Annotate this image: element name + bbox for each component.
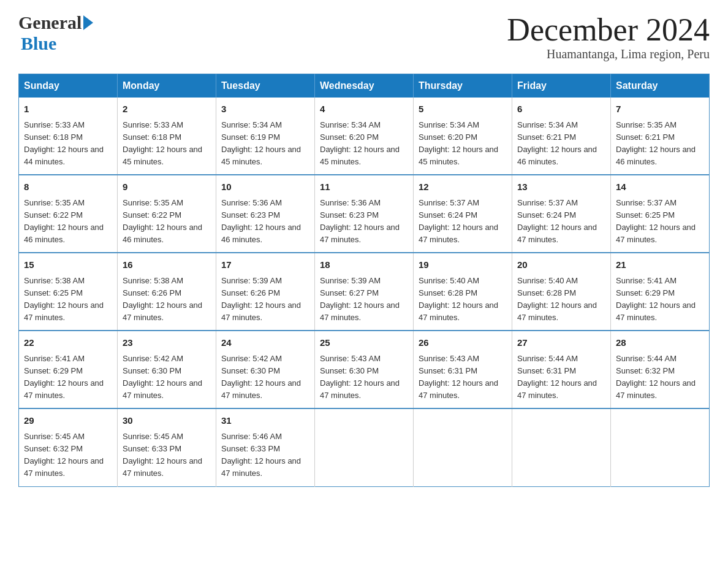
calendar-cell: [414, 408, 512, 486]
day-number: 11: [320, 180, 408, 194]
calendar-cell: 22Sunrise: 5:41 AMSunset: 6:29 PMDayligh…: [19, 331, 118, 408]
calendar-cell: 15Sunrise: 5:38 AMSunset: 6:25 PMDayligh…: [19, 253, 118, 331]
day-info: Sunrise: 5:34 AMSunset: 6:20 PMDaylight:…: [419, 119, 507, 169]
calendar-cell: 24Sunrise: 5:42 AMSunset: 6:30 PMDayligh…: [216, 331, 315, 408]
day-number: 14: [616, 180, 704, 194]
calendar-cell: 14Sunrise: 5:37 AMSunset: 6:25 PMDayligh…: [611, 175, 710, 253]
calendar-cell: 19Sunrise: 5:40 AMSunset: 6:28 PMDayligh…: [414, 253, 512, 331]
day-info: Sunrise: 5:41 AMSunset: 6:29 PMDaylight:…: [616, 275, 704, 324]
calendar-cell: 31Sunrise: 5:46 AMSunset: 6:33 PMDayligh…: [216, 408, 315, 486]
calendar-table: Sunday Monday Tuesday Wednesday Thursday…: [18, 74, 710, 486]
day-info: Sunrise: 5:44 AMSunset: 6:31 PMDaylight:…: [517, 353, 605, 402]
day-info: Sunrise: 5:36 AMSunset: 6:23 PMDaylight:…: [221, 197, 309, 247]
calendar-cell: 27Sunrise: 5:44 AMSunset: 6:31 PMDayligh…: [512, 331, 611, 408]
day-info: Sunrise: 5:34 AMSunset: 6:21 PMDaylight:…: [517, 119, 605, 169]
day-info: Sunrise: 5:42 AMSunset: 6:30 PMDaylight:…: [123, 353, 211, 402]
day-number: 10: [221, 180, 309, 194]
calendar-cell: 25Sunrise: 5:43 AMSunset: 6:30 PMDayligh…: [315, 331, 414, 408]
calendar-cell: [611, 408, 710, 486]
calendar-cell: 28Sunrise: 5:44 AMSunset: 6:32 PMDayligh…: [611, 331, 710, 408]
calendar-body: 1Sunrise: 5:33 AMSunset: 6:18 PMDaylight…: [19, 98, 710, 486]
calendar-cell: 5Sunrise: 5:34 AMSunset: 6:20 PMDaylight…: [414, 98, 512, 175]
day-number: 17: [221, 258, 309, 272]
title-section: December 2024 Huamantanga, Lima region, …: [507, 12, 710, 61]
calendar-week-row: 1Sunrise: 5:33 AMSunset: 6:18 PMDaylight…: [19, 98, 710, 175]
logo-blue-text: Blue: [21, 33, 56, 53]
calendar-header: Sunday Monday Tuesday Wednesday Thursday…: [19, 74, 710, 98]
day-info: Sunrise: 5:41 AMSunset: 6:29 PMDaylight:…: [24, 353, 112, 402]
calendar-cell: 21Sunrise: 5:41 AMSunset: 6:29 PMDayligh…: [611, 253, 710, 331]
day-number: 1: [24, 102, 112, 117]
day-number: 6: [517, 102, 605, 117]
day-info: Sunrise: 5:43 AMSunset: 6:30 PMDaylight:…: [320, 353, 408, 402]
day-info: Sunrise: 5:35 AMSunset: 6:22 PMDaylight:…: [24, 197, 112, 247]
day-number: 31: [221, 414, 309, 428]
day-info: Sunrise: 5:34 AMSunset: 6:19 PMDaylight:…: [221, 119, 309, 169]
day-info: Sunrise: 5:35 AMSunset: 6:22 PMDaylight:…: [123, 197, 211, 247]
calendar-cell: 12Sunrise: 5:37 AMSunset: 6:24 PMDayligh…: [414, 175, 512, 253]
day-number: 22: [24, 336, 112, 350]
day-info: Sunrise: 5:33 AMSunset: 6:18 PMDaylight:…: [24, 119, 112, 169]
day-number: 7: [616, 102, 704, 117]
day-info: Sunrise: 5:45 AMSunset: 6:33 PMDaylight:…: [123, 431, 211, 480]
day-info: Sunrise: 5:45 AMSunset: 6:32 PMDaylight:…: [24, 431, 112, 480]
calendar-cell: 23Sunrise: 5:42 AMSunset: 6:30 PMDayligh…: [118, 331, 216, 408]
col-tuesday: Tuesday: [216, 74, 315, 98]
day-number: 19: [419, 258, 507, 272]
col-saturday: Saturday: [611, 74, 710, 98]
day-info: Sunrise: 5:44 AMSunset: 6:32 PMDaylight:…: [616, 353, 704, 402]
calendar-cell: 3Sunrise: 5:34 AMSunset: 6:19 PMDaylight…: [216, 98, 315, 175]
day-info: Sunrise: 5:39 AMSunset: 6:27 PMDaylight:…: [320, 275, 408, 324]
calendar-week-row: 8Sunrise: 5:35 AMSunset: 6:22 PMDaylight…: [19, 175, 710, 253]
day-info: Sunrise: 5:43 AMSunset: 6:31 PMDaylight:…: [419, 353, 507, 402]
day-info: Sunrise: 5:42 AMSunset: 6:30 PMDaylight:…: [221, 353, 309, 402]
day-info: Sunrise: 5:33 AMSunset: 6:18 PMDaylight:…: [123, 119, 211, 169]
calendar-cell: [315, 408, 414, 486]
day-number: 15: [24, 258, 112, 272]
day-number: 2: [123, 102, 211, 117]
day-number: 5: [419, 102, 507, 117]
day-info: Sunrise: 5:35 AMSunset: 6:21 PMDaylight:…: [616, 119, 704, 169]
calendar-week-row: 29Sunrise: 5:45 AMSunset: 6:32 PMDayligh…: [19, 408, 710, 486]
calendar-cell: 4Sunrise: 5:34 AMSunset: 6:20 PMDaylight…: [315, 98, 414, 175]
calendar-cell: 20Sunrise: 5:40 AMSunset: 6:28 PMDayligh…: [512, 253, 611, 331]
day-number: 29: [24, 414, 112, 428]
logo-general-text: General: [18, 12, 82, 33]
calendar-cell: 17Sunrise: 5:39 AMSunset: 6:26 PMDayligh…: [216, 253, 315, 331]
calendar-cell: 2Sunrise: 5:33 AMSunset: 6:18 PMDaylight…: [118, 98, 216, 175]
calendar-cell: 8Sunrise: 5:35 AMSunset: 6:22 PMDaylight…: [19, 175, 118, 253]
calendar-cell: 10Sunrise: 5:36 AMSunset: 6:23 PMDayligh…: [216, 175, 315, 253]
day-number: 27: [517, 336, 605, 350]
day-number: 16: [123, 258, 211, 272]
page-header: General Blue December 2024 Huamantanga, …: [18, 12, 710, 61]
day-info: Sunrise: 5:36 AMSunset: 6:23 PMDaylight:…: [320, 197, 408, 247]
day-info: Sunrise: 5:46 AMSunset: 6:33 PMDaylight:…: [221, 431, 309, 480]
calendar-cell: 29Sunrise: 5:45 AMSunset: 6:32 PMDayligh…: [19, 408, 118, 486]
calendar-cell: 9Sunrise: 5:35 AMSunset: 6:22 PMDaylight…: [118, 175, 216, 253]
day-number: 9: [123, 180, 211, 194]
day-number: 4: [320, 102, 408, 117]
col-thursday: Thursday: [414, 74, 512, 98]
day-info: Sunrise: 5:39 AMSunset: 6:26 PMDaylight:…: [221, 275, 309, 324]
day-number: 21: [616, 258, 704, 272]
calendar-cell: 30Sunrise: 5:45 AMSunset: 6:33 PMDayligh…: [118, 408, 216, 486]
day-number: 28: [616, 336, 704, 350]
calendar-cell: 26Sunrise: 5:43 AMSunset: 6:31 PMDayligh…: [414, 331, 512, 408]
day-headers-row: Sunday Monday Tuesday Wednesday Thursday…: [19, 74, 710, 98]
logo-triangle-icon: [83, 15, 93, 30]
col-friday: Friday: [512, 74, 611, 98]
col-sunday: Sunday: [19, 74, 118, 98]
day-number: 25: [320, 336, 408, 350]
calendar-cell: 16Sunrise: 5:38 AMSunset: 6:26 PMDayligh…: [118, 253, 216, 331]
calendar-cell: 6Sunrise: 5:34 AMSunset: 6:21 PMDaylight…: [512, 98, 611, 175]
day-number: 3: [221, 102, 309, 117]
day-info: Sunrise: 5:37 AMSunset: 6:24 PMDaylight:…: [517, 197, 605, 247]
day-info: Sunrise: 5:37 AMSunset: 6:24 PMDaylight:…: [419, 197, 507, 247]
calendar-cell: 1Sunrise: 5:33 AMSunset: 6:18 PMDaylight…: [19, 98, 118, 175]
day-info: Sunrise: 5:37 AMSunset: 6:25 PMDaylight:…: [616, 197, 704, 247]
calendar-cell: 11Sunrise: 5:36 AMSunset: 6:23 PMDayligh…: [315, 175, 414, 253]
calendar-title: December 2024: [507, 12, 710, 47]
day-number: 13: [517, 180, 605, 194]
calendar-week-row: 22Sunrise: 5:41 AMSunset: 6:29 PMDayligh…: [19, 331, 710, 408]
day-info: Sunrise: 5:40 AMSunset: 6:28 PMDaylight:…: [419, 275, 507, 324]
